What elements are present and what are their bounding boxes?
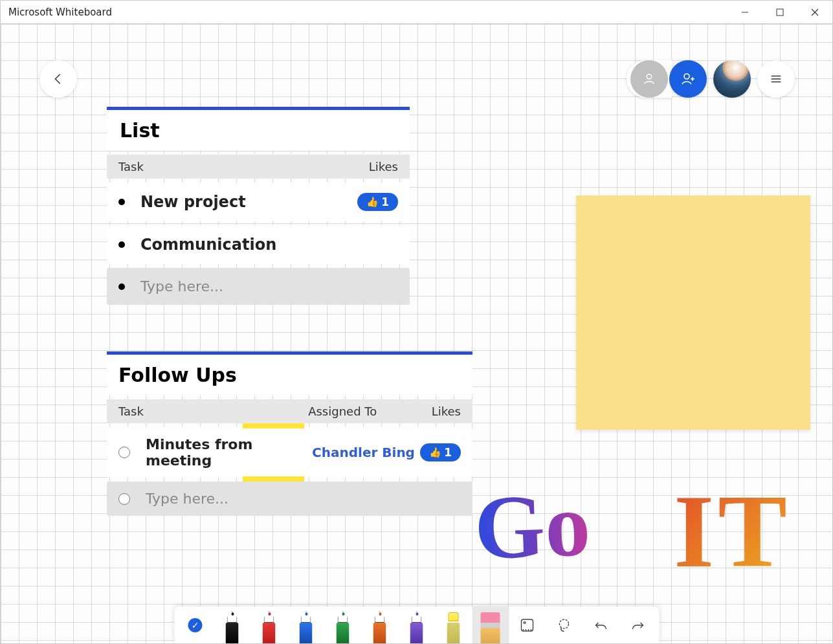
list-row[interactable]: Communication bbox=[107, 225, 410, 264]
check-icon bbox=[188, 618, 203, 632]
like-button[interactable]: 👍 1 bbox=[420, 443, 461, 461]
list-column-task: Task bbox=[118, 160, 369, 173]
pen-green-button[interactable] bbox=[324, 606, 361, 643]
lasso-button[interactable] bbox=[546, 606, 583, 643]
bullet-icon bbox=[118, 241, 125, 248]
like-count: 1 bbox=[444, 446, 452, 459]
bullet-icon bbox=[118, 283, 125, 290]
thumbs-up-icon: 👍 bbox=[429, 447, 441, 458]
participants-widget bbox=[627, 60, 707, 98]
whiteboard-canvas[interactable]: List Task Likes New project 👍 1 Communic… bbox=[1, 24, 832, 643]
list-card-header-row: Task Likes bbox=[107, 155, 410, 179]
titlebar: Microsoft Whiteboard bbox=[1, 1, 832, 24]
highlighter-button[interactable] bbox=[435, 606, 472, 643]
followups-add-row[interactable]: Type here... bbox=[107, 482, 472, 516]
user-avatar-image bbox=[713, 60, 751, 98]
svg-rect-0 bbox=[777, 9, 783, 16]
participant-placeholder-icon bbox=[630, 60, 668, 98]
followups-column-likes: Likes bbox=[432, 405, 461, 418]
followups-row-assigned[interactable]: Chandler Bing bbox=[312, 445, 420, 460]
pen-toolbar bbox=[174, 606, 659, 643]
participants-stack[interactable] bbox=[627, 60, 672, 98]
list-row-text: Communication bbox=[140, 236, 398, 254]
pen-orange-button[interactable] bbox=[361, 606, 398, 643]
ink-stroke-it: IT bbox=[674, 472, 791, 592]
pen-red-button[interactable] bbox=[250, 606, 287, 643]
followups-header-row: Task Assigned To Likes bbox=[107, 399, 472, 423]
followups-column-assigned: Assigned To bbox=[308, 405, 432, 418]
like-count: 1 bbox=[381, 195, 389, 208]
list-card[interactable]: List Task Likes New project 👍 1 Communic… bbox=[107, 107, 410, 305]
thumbs-up-icon: 👍 bbox=[366, 196, 379, 208]
followups-placeholder-text: Type here... bbox=[146, 491, 337, 507]
ink-stroke-go: Go bbox=[472, 472, 592, 580]
list-column-likes: Likes bbox=[369, 160, 398, 173]
window-close-button[interactable] bbox=[797, 1, 832, 24]
list-card-title: List bbox=[107, 107, 410, 151]
sticky-note[interactable] bbox=[576, 195, 810, 430]
followups-row-text: Minutes from meeting bbox=[146, 436, 312, 469]
eraser-button[interactable] bbox=[472, 606, 509, 643]
pen-black-button[interactable] bbox=[214, 606, 250, 643]
checkbox-icon[interactable] bbox=[118, 493, 130, 505]
svg-point-2 bbox=[684, 74, 689, 79]
redo-button[interactable] bbox=[619, 606, 656, 643]
back-button[interactable] bbox=[39, 60, 77, 98]
pen-blue-button[interactable] bbox=[287, 606, 324, 643]
window-title: Microsoft Whiteboard bbox=[8, 6, 112, 18]
window-minimize-button[interactable] bbox=[727, 1, 762, 24]
followups-card[interactable]: Follow Ups Task Assigned To Likes Minute… bbox=[107, 351, 472, 516]
bullet-icon bbox=[118, 199, 125, 205]
checkbox-icon[interactable] bbox=[118, 447, 130, 458]
list-row-text: New project bbox=[140, 193, 357, 211]
pen-purple-button[interactable] bbox=[398, 606, 435, 643]
followups-card-title: Follow Ups bbox=[107, 351, 472, 395]
list-add-row[interactable]: Type here... bbox=[107, 268, 410, 305]
user-avatar-button[interactable] bbox=[713, 60, 751, 98]
svg-point-5 bbox=[560, 619, 569, 628]
ruler-button[interactable] bbox=[509, 606, 546, 643]
settings-menu-button[interactable] bbox=[757, 60, 795, 98]
svg-point-4 bbox=[524, 621, 526, 623]
list-placeholder-text: Type here... bbox=[140, 278, 398, 294]
svg-point-1 bbox=[647, 74, 651, 79]
undo-button[interactable] bbox=[583, 606, 619, 643]
list-row[interactable]: New project 👍 1 bbox=[107, 183, 410, 221]
followups-row[interactable]: Minutes from meeting Chandler Bing 👍 1 bbox=[107, 427, 472, 478]
invite-button[interactable] bbox=[669, 60, 707, 98]
select-mode-button[interactable] bbox=[177, 606, 214, 643]
followups-column-task: Task bbox=[118, 405, 308, 418]
like-button[interactable]: 👍 1 bbox=[357, 193, 398, 211]
window-maximize-button[interactable] bbox=[762, 1, 797, 24]
